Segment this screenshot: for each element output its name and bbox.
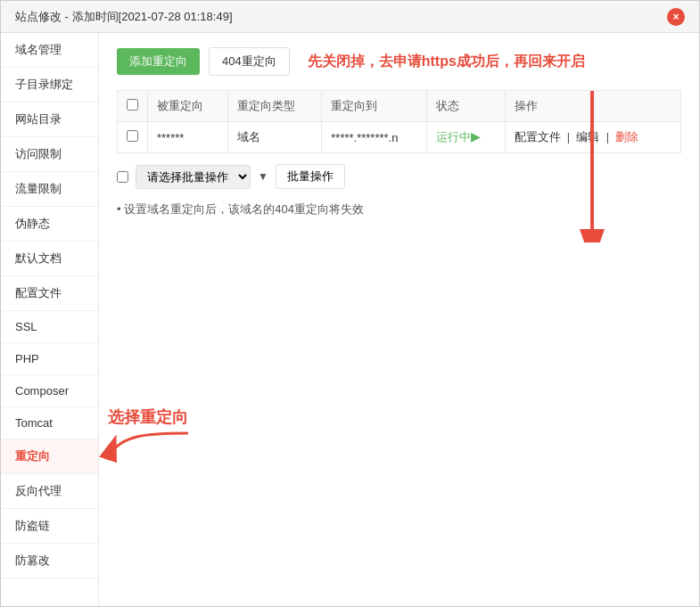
sidebar-item-access[interactable]: 访问限制 xyxy=(1,137,98,172)
sidebar-item-composer[interactable]: Composer xyxy=(1,375,98,407)
th-source: 被重定向 xyxy=(148,91,228,122)
sidebar-item-tomcat[interactable]: Tomcat xyxy=(1,407,98,439)
404-redirect-button[interactable]: 404重定向 xyxy=(209,47,290,76)
sidebar-item-redirect[interactable]: 重定向 xyxy=(1,439,98,474)
batch-select[interactable]: 请选择批量操作 xyxy=(136,165,251,189)
main-content: 添加重定向 404重定向 先关闭掉，去申请https成功后，再回来开启 被重定向… xyxy=(99,33,699,607)
add-redirect-button[interactable]: 添加重定向 xyxy=(117,48,200,75)
sidebar: 域名管理子目录绑定网站目录访问限制流量限制伪静态默认文档配置文件SSLPHPCo… xyxy=(1,33,99,607)
modal-title: 站点修改 - 添加时间[2021-07-28 01:18:49] xyxy=(15,9,233,25)
row-target: *****.*******.n xyxy=(322,122,427,153)
row-checkbox-cell xyxy=(118,122,148,153)
sidebar-item-flow[interactable]: 流量限制 xyxy=(1,172,98,207)
batch-checkbox[interactable] xyxy=(117,171,128,183)
sidebar-item-hotlink[interactable]: 防盗链 xyxy=(1,509,98,544)
sidebar-item-config[interactable]: 配置文件 xyxy=(1,276,98,311)
sidebar-item-static[interactable]: 伪静态 xyxy=(1,207,98,242)
row-type: 域名 xyxy=(227,122,322,153)
sidebar-item-subdir[interactable]: 子目录绑定 xyxy=(1,68,98,103)
sidebar-item-default[interactable]: 默认文档 xyxy=(1,242,98,276)
select-all-checkbox[interactable] xyxy=(127,99,138,111)
sidebar-item-proxy[interactable]: 反向代理 xyxy=(1,474,98,509)
modal-header: 站点修改 - 添加时间[2021-07-28 01:18:49] × xyxy=(1,1,699,33)
sidebar-item-php[interactable]: PHP xyxy=(1,343,98,375)
sidebar-item-domain[interactable]: 域名管理 xyxy=(1,33,98,68)
status-badge: 运行中▶ xyxy=(436,130,481,144)
th-type: 重定向类型 xyxy=(227,91,322,122)
sidebar-item-tamper[interactable]: 防篡改 xyxy=(1,544,98,578)
toolbar: 添加重定向 404重定向 先关闭掉，去申请https成功后，再回来开启 xyxy=(117,47,681,76)
hint-text: 先关闭掉，去申请https成功后，再回来开启 xyxy=(308,53,585,71)
dropdown-arrow-icon: ▼ xyxy=(258,170,268,183)
sidebar-item-ssl[interactable]: SSL xyxy=(1,311,98,343)
row-source: ****** xyxy=(148,122,228,153)
th-target: 重定向到 xyxy=(322,91,427,122)
row-checkbox[interactable] xyxy=(127,130,138,142)
annotation-arrow-down xyxy=(539,82,610,242)
th-checkbox xyxy=(118,91,148,122)
delete-link[interactable]: 删除 xyxy=(615,130,638,144)
sidebar-item-webdir[interactable]: 网站目录 xyxy=(1,103,98,137)
batch-button[interactable]: 批量操作 xyxy=(276,164,345,189)
th-status: 状态 xyxy=(427,91,505,122)
row-status: 运行中▶ xyxy=(427,122,505,153)
close-button[interactable]: × xyxy=(667,8,685,26)
